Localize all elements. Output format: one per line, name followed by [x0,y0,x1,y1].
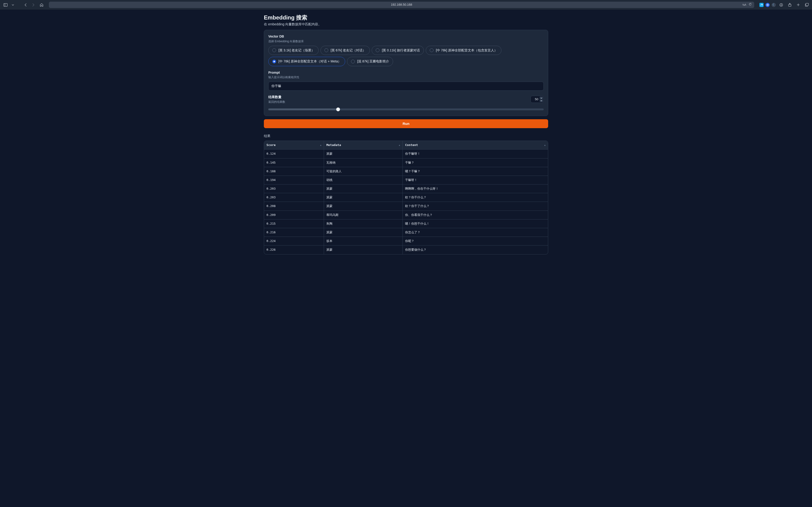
radio-dot-icon [430,48,434,52]
prompt-input[interactable] [268,82,544,91]
result-count-label: 结果数量 [268,95,528,100]
sort-arrow-icon: ▲ [544,144,546,147]
column-header[interactable]: Metadata▲ [324,141,403,150]
table-cell-metadata: 派蒙 [324,202,403,211]
table-cell-metadata: 派蒙 [324,184,403,193]
table-cell-score: 0.145 [264,158,324,167]
table-row: 0.145瓦格纳干嘛？ [264,158,548,167]
table-cell-content: 干嘛？ [403,158,548,167]
sort-arrow-icon: ▲ [320,144,321,147]
vectordb-option[interactable]: [中 78k] 原神全部配音文本（包含发言人） [426,46,501,55]
table-cell-score: 0.209 [264,211,324,219]
search-form-panel: Vector DB 选择 Embedding 向量数据库 [英 3.1k] 老友… [264,30,548,116]
browser-titlebar: 192.168.50.168 ⇆A ◔ ◍ ☾ [0,0,812,10]
vectordb-radio-group: [英 3.1k] 老友记（场景）[英 67k] 老友记（对话）[英 0.11k]… [268,46,544,66]
stepper-down-button[interactable]: ▼ [540,100,543,102]
table-row: 0.209蒂玛乌斯你、你看我干什么？ [264,211,548,219]
extension-icon-1[interactable]: ◔ [759,3,764,7]
extension-icon-3[interactable]: ☾ [772,3,776,7]
stepper-up-button[interactable]: ▲ [540,97,543,99]
table-cell-content: 你呢？ [403,237,548,245]
vectordb-option[interactable]: [英 3.1k] 老友记（场景） [268,46,319,55]
radio-dot-icon [272,48,276,52]
table-cell-score: 0.224 [264,237,324,245]
sort-arrow-icon: ▲ [399,144,400,147]
table-cell-score: 0.194 [264,176,324,184]
address-bar[interactable]: 192.168.50.168 ⇆A [49,2,754,8]
table-cell-content: 嗯？干嘛？ [403,167,548,176]
table-cell-metadata: 朱陶 [324,219,403,228]
vectordb-option-label: [英 3.1k] 老友记（场景） [278,48,315,53]
svg-rect-8 [806,3,808,6]
table-cell-score: 0.208 [264,202,324,211]
results-table: Score▲Metadata▲Content▲ 0.124派蒙你干嘛呀！0.14… [264,140,548,254]
table-row: 0.124派蒙你干嘛呀！ [264,150,548,158]
run-button[interactable]: Run [264,119,548,128]
table-row: 0.226派蒙你想要做什么？ [264,245,548,254]
table-row: 0.194胡桃干嘛呀！ [264,176,548,184]
new-tab-icon[interactable] [795,2,801,8]
chevron-down-icon[interactable] [10,2,16,8]
vectordb-option[interactable]: [中 78k] 原神全部配音文本（对话 + Meta） [268,57,345,66]
table-row: 0.208派蒙欸？你干了什么？ [264,202,548,211]
vectordb-option[interactable]: [混 87k] 豆瓣电影简介 [347,57,393,66]
reload-icon[interactable] [749,3,752,7]
nav-forward-button [30,2,36,8]
vectordb-help: 选择 Embedding 向量数据库 [268,40,544,44]
table-row: 0.188可疑的路人嗯？干嘛？ [264,167,548,176]
table-cell-score: 0.215 [264,219,324,228]
svg-rect-0 [4,3,7,6]
table-cell-metadata: 坂本 [324,237,403,245]
translate-icon[interactable]: ⇆A [743,3,746,7]
radio-dot-icon [272,60,276,63]
table-cell-score: 0.203 [264,184,324,193]
column-header[interactable]: Content▲ [403,141,548,150]
radio-dot-icon [324,48,328,52]
nav-back-button[interactable] [22,2,29,8]
prompt-help: 输入提示词以检索相关性 [268,75,544,79]
table-cell-content: 欸？你干了什么？ [403,202,548,211]
table-row: 0.203派蒙欸？你干什么？ [264,193,548,202]
result-count-help: 返回的结果数 [268,100,528,104]
vectordb-option-label: [中 78k] 原神全部配音文本（对话 + Meta） [278,59,341,64]
url-text: 192.168.50.168 [391,3,412,7]
table-cell-score: 0.203 [264,193,324,202]
vectordb-option[interactable]: [英 0.11k] 旅行者派蒙对话 [372,46,424,55]
table-row: 0.224坂本你呢？ [264,237,548,245]
page-subtitle: 在 embedding 向量数据库中匹配内容。 [264,22,548,30]
extension-icon-2[interactable]: ◍ [765,3,770,7]
table-cell-score: 0.124 [264,150,324,158]
table-cell-content: 你怎么了？ [403,228,548,237]
downloads-icon[interactable] [778,2,784,8]
vectordb-option[interactable]: [英 67k] 老友记（对话） [320,46,370,55]
slider-thumb[interactable] [336,108,340,111]
vectordb-label: Vector DB [268,34,544,39]
table-cell-metadata: 派蒙 [324,245,403,254]
table-cell-content: 你、你看我干什么？ [403,211,548,219]
table-cell-content: 欸？你干什么？ [403,193,548,202]
sidebar-toggle-icon[interactable] [2,2,8,8]
result-count-value: 50 [533,97,540,101]
home-icon[interactable] [39,2,45,8]
results-section-label: 结果 [264,134,548,138]
table-cell-content: 你干嘛呀！ [403,150,548,158]
prompt-label: Prompt [268,70,544,75]
table-cell-score: 0.216 [264,228,324,237]
table-row: 0.203派蒙啊啊啊，你在干什么呀！ [264,184,548,193]
table-cell-score: 0.188 [264,167,324,176]
table-cell-metadata: 可疑的路人 [324,167,403,176]
result-count-slider[interactable] [268,107,544,111]
column-header[interactable]: Score▲ [264,141,324,150]
table-cell-content: 啊啊啊，你在干什么呀！ [403,184,548,193]
tabs-overview-icon[interactable] [804,2,810,8]
table-cell-content: 你想要做什么？ [403,245,548,254]
radio-dot-icon [376,48,379,52]
radio-dot-icon [351,60,355,63]
page-main: Embedding 搜索 在 embedding 向量数据库中匹配内容。 Vec… [264,10,548,264]
page-title: Embedding 搜索 [264,12,548,22]
table-cell-metadata: 蒂玛乌斯 [324,211,403,219]
result-count-stepper[interactable]: 50 ▲ ▼ [530,96,544,103]
table-cell-score: 0.226 [264,245,324,254]
share-icon[interactable] [786,2,793,8]
table-cell-metadata: 瓦格纳 [324,158,403,167]
